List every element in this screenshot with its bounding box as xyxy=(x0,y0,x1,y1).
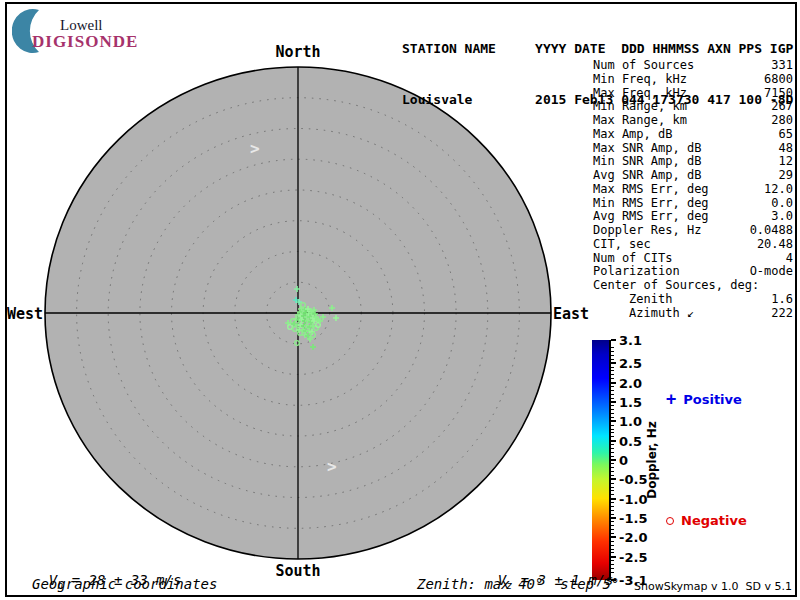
stats-panel: Num of Sources331Min Freq, kHz6800Max Fr… xyxy=(593,58,793,320)
stat-label: Avg SNR Amp, dB xyxy=(593,168,701,182)
stat-label: Zenith xyxy=(593,292,672,306)
colorbar-minor-tick xyxy=(611,506,614,507)
colorbar-tick-label: 0 xyxy=(619,453,628,468)
colorbar-minor-tick xyxy=(611,436,614,437)
stat-row: Azimuth ↙222 xyxy=(593,306,793,320)
colorbar-minor-tick xyxy=(611,398,614,399)
colorbar-tick-label: -2.5 xyxy=(619,549,647,564)
compass-label-south: South xyxy=(248,562,348,580)
stat-label: Max Amp, dB xyxy=(593,127,672,141)
stat-value: 12 xyxy=(779,154,793,168)
stat-value: 0.0 xyxy=(771,196,793,210)
stat-row: Min SNR Amp, dB12 xyxy=(593,154,793,168)
stat-label: Doppler Res, Hz xyxy=(593,223,701,237)
stat-value: 267 xyxy=(771,99,793,113)
colorbar-tick xyxy=(611,382,616,384)
stat-row: Num of CITs4 xyxy=(593,251,793,265)
digisonde-wordmark: DIGISONDE xyxy=(32,32,138,52)
colorbar-tick xyxy=(611,401,616,403)
colorbar-minor-tick xyxy=(611,525,614,526)
colorbar-minor-tick xyxy=(611,370,614,371)
colorbar-tick-label: -0.5 xyxy=(619,472,647,487)
colorbar-minor-tick xyxy=(611,374,614,375)
colorbar-minor-tick xyxy=(611,452,614,453)
stat-row: Num of Sources331 xyxy=(593,58,793,72)
stat-value: 20.48 xyxy=(757,237,793,251)
colorbar-minor-tick xyxy=(611,432,614,433)
colorbar-tick xyxy=(611,459,616,461)
colorbar-tick xyxy=(611,420,616,422)
colorbar-tick-label: 3.1 xyxy=(619,333,642,348)
colorbar-tick-label: 1.0 xyxy=(619,414,642,429)
colorbar-tick-label: -1.5 xyxy=(619,511,647,526)
colorbar-minor-tick xyxy=(611,359,614,360)
colorbar-minor-tick xyxy=(611,409,614,410)
colorbar-minor-tick xyxy=(611,545,614,546)
colorbar-minor-tick xyxy=(611,413,614,414)
colorbar-tick xyxy=(611,440,616,442)
colorbar-minor-tick xyxy=(611,552,614,553)
stat-row: Min Range, km267 xyxy=(593,99,793,113)
doppler-axis-label: Doppler, Hz xyxy=(645,420,659,500)
stat-value: O-mode xyxy=(750,264,793,278)
stat-row: Min Freq, kHz6800 xyxy=(593,72,793,86)
colorbar-minor-tick xyxy=(611,456,614,457)
colorbar-tick xyxy=(611,362,616,364)
stat-row: Min RMS Err, deg0.0 xyxy=(593,196,793,210)
stat-label: Azimuth ↙ xyxy=(593,306,694,320)
colorbar-minor-tick xyxy=(611,487,614,488)
stat-label: Min Freq, kHz xyxy=(593,72,687,86)
colorbar-tick xyxy=(611,536,616,538)
colorbar-tick-label: -2.0 xyxy=(619,530,647,545)
stat-label: Min Range, km xyxy=(593,99,687,113)
lowell-digisonde-logo: Lowell DIGISONDE xyxy=(12,8,172,52)
colorbar-tick-label: 0.5 xyxy=(619,433,642,448)
colorbar-minor-tick xyxy=(611,490,614,491)
station-header-columns: STATION NAME YYYY DATE DDD HHMMSS AXN PP… xyxy=(402,40,793,57)
compass-label-west: West xyxy=(0,305,43,323)
stat-row: Doppler Res, Hz0.0488 xyxy=(593,223,793,237)
stat-value: 6800 xyxy=(764,72,793,86)
colorbar-minor-tick xyxy=(611,386,614,387)
colorbar-minor-tick xyxy=(611,351,614,352)
colorbar-minor-tick xyxy=(611,378,614,379)
stat-value: 48 xyxy=(779,141,793,155)
compass-label-north: North xyxy=(248,43,348,61)
stat-row: Max Freq, kHz7150 xyxy=(593,86,793,100)
stat-value: 29 xyxy=(779,168,793,182)
stat-label: CIT, sec xyxy=(593,237,651,251)
colorbar-minor-tick xyxy=(611,394,614,395)
colorbar-minor-tick xyxy=(611,425,614,426)
colorbar-minor-tick xyxy=(611,355,614,356)
plus-marker-icon: + xyxy=(666,393,676,406)
colorbar-tick xyxy=(611,478,616,480)
stat-row: Max Range, km280 xyxy=(593,113,793,127)
stat-value: 0.0488 xyxy=(750,223,793,237)
colorbar-minor-tick xyxy=(611,483,614,484)
stat-value: 12.0 xyxy=(764,182,793,196)
colorbar-minor-tick xyxy=(611,405,614,406)
colorbar-minor-tick xyxy=(611,529,614,530)
stat-value: 1.6 xyxy=(771,292,793,306)
stat-label: Center of Sources, deg: xyxy=(593,278,759,292)
stat-label: Max Range, km xyxy=(593,113,687,127)
stat-row: Center of Sources, deg: xyxy=(593,278,793,292)
stat-row: Max Amp, dB65 xyxy=(593,127,793,141)
colorbar-tick xyxy=(611,498,616,500)
stat-value: 222 xyxy=(771,306,793,320)
stat-value: 331 xyxy=(771,58,793,72)
stat-label: Max Freq, kHz xyxy=(593,86,687,100)
colorbar-minor-tick xyxy=(611,514,614,515)
colorbar-tick-label: 1.5 xyxy=(619,394,642,409)
colorbar-minor-tick xyxy=(611,541,614,542)
colorbar-tick-label: 2.0 xyxy=(619,375,642,390)
colorbar-minor-tick xyxy=(611,463,614,464)
app-version: ShowSkymap v 1.0 SD v 5.1 xyxy=(598,580,792,593)
stat-value: 3.0 xyxy=(771,209,793,223)
circle-marker-icon xyxy=(666,517,674,525)
legend-positive-label: Positive xyxy=(683,392,742,407)
stat-row: CIT, sec20.48 xyxy=(593,237,793,251)
colorbar-tick-label: 2.5 xyxy=(619,356,642,371)
colorbar-minor-tick xyxy=(611,521,614,522)
stat-row: Max RMS Err, deg12.0 xyxy=(593,182,793,196)
